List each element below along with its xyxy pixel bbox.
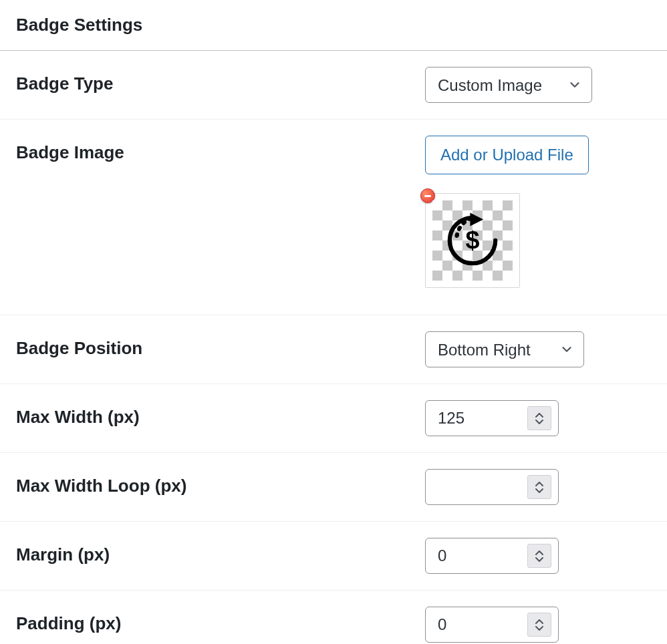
field-row-max-width-loop: Max Width Loop (px) bbox=[0, 453, 667, 522]
label-padding: Padding (px) bbox=[16, 607, 425, 634]
svg-text:$: $ bbox=[465, 226, 479, 254]
input-margin[interactable] bbox=[426, 546, 527, 565]
input-max-width-wrap bbox=[425, 400, 559, 436]
stepper-padding[interactable] bbox=[527, 613, 551, 637]
field-row-badge-position: Badge Position Bottom Right bbox=[0, 315, 667, 384]
chevron-down-icon bbox=[559, 342, 574, 357]
input-padding[interactable] bbox=[426, 615, 527, 634]
field-row-badge-image: Badge Image Add or Upload File $ bbox=[0, 120, 667, 315]
label-max-width: Max Width (px) bbox=[16, 400, 425, 428]
badge-image-thumbnail[interactable]: $ bbox=[425, 193, 520, 288]
field-row-max-width: Max Width (px) bbox=[0, 384, 667, 453]
upload-file-button[interactable]: Add or Upload File bbox=[425, 136, 589, 174]
label-max-width-loop: Max Width Loop (px) bbox=[16, 469, 425, 496]
input-padding-wrap bbox=[425, 607, 559, 643]
stepper-margin[interactable] bbox=[527, 544, 551, 568]
refund-dollar-icon: $ bbox=[442, 210, 503, 271]
label-badge-type: Badge Type bbox=[16, 67, 425, 94]
label-badge-image: Badge Image bbox=[16, 136, 425, 163]
field-row-padding: Padding (px) bbox=[0, 591, 667, 644]
thumbnail-preview: $ bbox=[432, 200, 513, 281]
label-margin: Margin (px) bbox=[16, 538, 425, 565]
stepper-max-width[interactable] bbox=[527, 406, 551, 430]
section-title: Badge Settings bbox=[0, 0, 667, 51]
select-badge-type-value: Custom Image bbox=[426, 67, 591, 104]
svg-marker-0 bbox=[470, 213, 483, 226]
input-max-width[interactable] bbox=[426, 409, 527, 428]
input-max-width-loop[interactable] bbox=[426, 478, 527, 496]
select-badge-position[interactable]: Bottom Right bbox=[425, 331, 584, 367]
label-badge-position: Badge Position bbox=[16, 331, 425, 359]
stepper-max-width-loop[interactable] bbox=[527, 475, 551, 499]
chevron-down-icon bbox=[567, 77, 582, 92]
input-max-width-loop-wrap bbox=[425, 469, 559, 505]
field-row-badge-type: Badge Type Custom Image bbox=[0, 51, 667, 120]
input-margin-wrap bbox=[425, 538, 559, 574]
select-badge-type[interactable]: Custom Image bbox=[425, 67, 592, 103]
field-row-margin: Margin (px) bbox=[0, 522, 667, 591]
